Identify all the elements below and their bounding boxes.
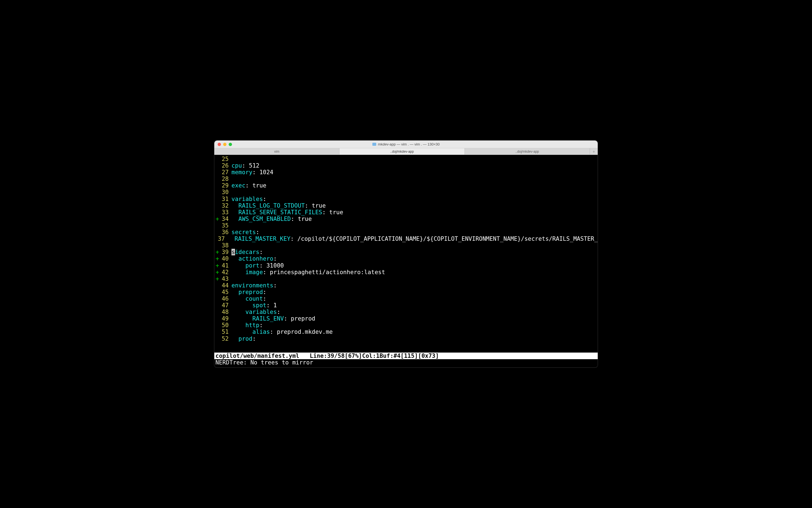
code-content: RAILS_SERVE_STATIC_FILES: true [232,209,598,216]
line-number: 34 [220,216,232,222]
code-line[interactable]: 45 preprod: [214,289,598,295]
code-line[interactable]: 30 [214,189,598,196]
code-line[interactable]: 27memory: 1024 [214,169,598,176]
code-line[interactable]: +42 image: princespaghetti/actionhero:la… [214,269,598,276]
code-line[interactable]: 26cpu: 512 [214,162,598,169]
gutter-sign [214,289,220,295]
code-content [232,242,598,249]
gutter-sign: + [214,269,220,276]
code-content: spot: 1 [232,302,598,309]
code-line[interactable]: 46 count: [214,295,598,302]
folder-icon [372,143,376,146]
gutter-sign [214,315,220,322]
gutter-sign [214,189,220,196]
code-content: actionhero: [232,255,598,262]
code-line[interactable]: 38 [214,242,598,249]
code-content: alias: preprod.mkdev.me [232,329,598,335]
line-number: 29 [220,182,232,189]
commandline: NERDTree: No trees to mirror [214,359,598,366]
code-line[interactable]: 25 [214,156,598,162]
line-number: 38 [220,242,232,249]
line-number: 39 [220,249,232,255]
gutter-sign [214,236,218,242]
line-number: 35 [220,222,232,229]
gutter-sign [214,335,220,342]
code-line[interactable]: +40 actionhero: [214,255,598,262]
editor-area[interactable]: 25 26cpu: 512 27memory: 1024 28 29exec: … [214,155,598,352]
gutter-sign [214,162,220,169]
tab-mkdev-app-2[interactable]: ..doj/mkdev-app [465,148,590,155]
gutter-sign [214,329,220,335]
line-number: 37 [218,236,228,242]
code-line[interactable]: 47 spot: 1 [214,302,598,309]
gutter-sign [214,229,220,236]
code-content: RAILS_MASTER_KEY: /copilot/${COPILOT_APP… [228,236,598,242]
code-line[interactable]: 28 [214,176,598,182]
gutter-sign [214,302,220,309]
terminal-window: mkdev-app — vim . — vim . — 130×30 vim .… [214,140,598,368]
code-line[interactable]: 44environments: [214,282,598,289]
line-number: 51 [220,329,232,335]
line-number: 45 [220,289,232,295]
gutter-sign [214,169,220,176]
gutter-sign [214,295,220,302]
line-number: 32 [220,202,232,209]
code-line[interactable]: 32 RAILS_LOG_TO_STDOUT: true [214,202,598,209]
code-line[interactable]: +39sidecars: [214,249,598,255]
code-line[interactable]: 29exec: true [214,182,598,189]
code-content [232,156,598,162]
code-content: cpu: 512 [232,162,598,169]
line-number: 50 [220,322,232,329]
line-number: 26 [220,162,232,169]
code-line[interactable]: +41 port: 31000 [214,262,598,269]
code-line[interactable]: 52 prod: [214,335,598,342]
code-line[interactable]: 33 RAILS_SERVE_STATIC_FILES: true [214,209,598,216]
line-number: 49 [220,315,232,322]
code-content [232,276,598,282]
code-content: environments: [232,282,598,289]
line-number: 40 [220,255,232,262]
line-number: 47 [220,302,232,309]
gutter-sign [214,222,220,229]
code-line[interactable]: +43 [214,276,598,282]
code-content: image: princespaghetti/actionhero:latest [232,269,598,276]
gutter-sign [214,176,220,182]
maximize-button[interactable] [229,143,232,146]
add-tab-button[interactable]: + [590,148,598,155]
code-line[interactable]: 49 RAILS_ENV: preprod [214,315,598,322]
close-button[interactable] [218,143,221,146]
code-content: RAILS_ENV: preprod [232,315,598,322]
gutter-sign [214,309,220,315]
code-line[interactable]: 48 variables: [214,309,598,315]
gutter-sign [214,196,220,202]
code-line[interactable]: +34 AWS_CSM_ENABLED: true [214,216,598,222]
code-content [232,222,598,229]
gutter-sign [214,182,220,189]
code-line[interactable]: 35 [214,222,598,229]
gutter-sign [214,322,220,329]
minimize-button[interactable] [223,143,227,146]
window-title-text: mkdev-app — vim . — vim . — 130×30 [378,142,440,146]
code-line[interactable]: 31variables: [214,196,598,202]
line-number: 30 [220,189,232,196]
code-line[interactable]: 50 http: [214,322,598,329]
code-line[interactable]: 37 RAILS_MASTER_KEY: /copilot/${COPILOT_… [214,236,598,242]
line-number: 33 [220,209,232,216]
code-line[interactable]: 51 alias: preprod.mkdev.me [214,329,598,335]
code-content: http: [232,322,598,329]
line-number: 44 [220,282,232,289]
code-content: preprod: [232,289,598,295]
code-line[interactable]: 36secrets: [214,229,598,236]
line-number: 48 [220,309,232,315]
code-content: variables: [232,309,598,315]
gutter-sign [214,242,220,249]
tab-vim[interactable]: vim [214,148,339,155]
code-content: variables: [232,196,598,202]
window-title: mkdev-app — vim . — vim . — 130×30 [372,142,440,146]
tab-mkdev-app-1[interactable]: ..doj/mkdev-app [339,148,464,155]
line-number: 41 [220,262,232,269]
gutter-sign: + [214,262,220,269]
gutter-sign: + [214,216,220,222]
line-number: 36 [220,229,232,236]
titlebar: mkdev-app — vim . — vim . — 130×30 [214,140,598,148]
